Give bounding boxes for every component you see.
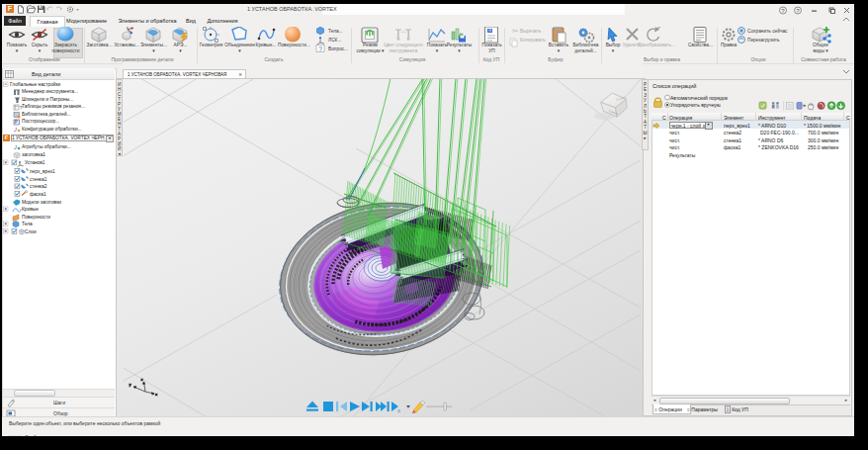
svg-text:x: x (155, 392, 158, 397)
svg-text:?: ? (318, 45, 322, 52)
svg-text:J: J (13, 127, 17, 133)
svg-text:z: z (141, 377, 143, 382)
svg-text:✂: ✂ (512, 27, 519, 36)
svg-text:?: ? (796, 8, 800, 14)
svg-text:J: J (13, 144, 17, 150)
svg-text:P: P (15, 120, 18, 125)
svg-text:G: G (488, 28, 491, 33)
svg-text:?: ? (781, 8, 785, 14)
svg-text:ɜ: ɜ (397, 407, 400, 413)
svg-text:y: y (130, 382, 132, 387)
